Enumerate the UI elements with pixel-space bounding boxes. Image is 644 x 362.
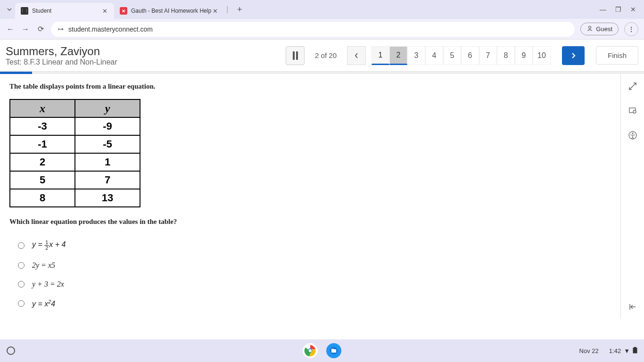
table-row: 57 xyxy=(10,171,140,189)
table-cell: -5 xyxy=(75,135,140,153)
table-cell: -9 xyxy=(75,117,140,135)
table-cell: 1 xyxy=(75,153,140,171)
page-number-8[interactable]: 8 xyxy=(497,46,515,65)
svg-rect-9 xyxy=(331,349,336,353)
data-table: xy -3-9-1-52157813 xyxy=(9,99,140,207)
table-row: -3-9 xyxy=(10,117,140,135)
side-toolbar xyxy=(620,74,644,319)
pause-button[interactable] xyxy=(286,46,305,65)
answer-option-d[interactable]: y = x24 xyxy=(18,299,611,308)
minimize-button[interactable]: — xyxy=(600,6,606,13)
tab-title: Gauth - Best AI Homework Help xyxy=(131,8,211,14)
tab-separator: | xyxy=(226,5,228,14)
back-button[interactable]: ← xyxy=(6,25,15,34)
option-label: y + 3 = 2x xyxy=(32,280,64,288)
radio-icon xyxy=(18,281,25,288)
table-row: 813 xyxy=(10,189,140,207)
files-app-icon[interactable] xyxy=(326,343,341,358)
table-cell: 8 xyxy=(10,189,75,207)
reload-button[interactable]: ⟳ xyxy=(36,25,45,34)
tab-title: Student xyxy=(32,8,51,14)
page-number-10[interactable]: 10 xyxy=(533,46,551,65)
page-number-9[interactable]: 9 xyxy=(515,46,533,65)
page-number-7[interactable]: 7 xyxy=(479,46,497,65)
tab-gauth[interactable]: ✕ Gauth - Best AI Homework Help ✕ xyxy=(114,3,224,19)
svg-point-7 xyxy=(309,349,312,352)
option-label: y = 12x + 4 xyxy=(32,240,66,251)
test-header: Summers, Zaviyon Test: 8.F.3 Linear and … xyxy=(0,40,644,72)
answer-option-a[interactable]: y = 12x + 4 xyxy=(18,240,611,251)
forward-button[interactable]: → xyxy=(21,25,30,34)
question-prompt-2: Which linear equation produces the value… xyxy=(9,218,611,226)
browser-tab-strip: ⋮⋮ Student ✕ ✕ Gauth - Best AI Homework … xyxy=(0,0,644,19)
radio-icon xyxy=(18,242,25,249)
page-number-6[interactable]: 6 xyxy=(461,46,479,65)
question-panel: The table displays points from a linear … xyxy=(0,74,620,319)
chrome-app-icon[interactable] xyxy=(303,343,318,358)
close-tab-icon[interactable]: ✕ xyxy=(211,7,219,15)
progress-text: 2 of 20 xyxy=(315,51,337,59)
restore-button[interactable]: ❐ xyxy=(615,6,621,13)
pause-icon xyxy=(293,51,298,60)
page-number-5[interactable]: 5 xyxy=(443,46,461,65)
profile-guest-button[interactable]: Guest xyxy=(580,23,619,35)
taskbar-status[interactable]: 1:42 ▼ xyxy=(609,347,637,355)
svg-point-4 xyxy=(632,133,633,134)
close-window-button[interactable]: ✕ xyxy=(630,6,636,13)
address-bar[interactable]: ⊶ student.masteryconnect.com xyxy=(51,22,575,37)
prev-question-button[interactable] xyxy=(347,46,366,65)
table-cell: 13 xyxy=(75,189,140,207)
svg-rect-12 xyxy=(634,347,636,348)
table-cell: 2 xyxy=(10,153,75,171)
site-info-icon[interactable]: ⊶ xyxy=(58,25,64,33)
next-question-button[interactable] xyxy=(562,46,585,65)
accessibility-button[interactable] xyxy=(627,130,638,141)
wifi-icon: ▼ xyxy=(624,347,630,354)
new-tab-button[interactable]: + xyxy=(233,3,246,16)
page-number-2[interactable]: 2 xyxy=(389,46,407,65)
answer-option-c[interactable]: y + 3 = 2x xyxy=(18,280,611,288)
table-row: -1-5 xyxy=(10,135,140,153)
page-number-1[interactable]: 1 xyxy=(372,46,389,65)
answer-option-b[interactable]: 2y = x5 xyxy=(18,261,611,270)
option-label: y = x24 xyxy=(32,299,55,308)
close-tab-icon[interactable]: ✕ xyxy=(101,7,108,15)
zoom-button[interactable] xyxy=(627,105,638,116)
table-header: y xyxy=(75,99,140,117)
svg-rect-11 xyxy=(633,348,637,353)
guest-label: Guest xyxy=(596,25,612,33)
tabs-dropdown[interactable] xyxy=(4,4,15,15)
url-text: student.masteryconnect.com xyxy=(68,25,153,33)
option-label: 2y = x5 xyxy=(32,261,55,270)
question-paginator: 12345678910 xyxy=(372,46,551,65)
browser-menu-button[interactable]: ⋮ xyxy=(624,22,638,36)
launcher-button[interactable] xyxy=(7,346,15,355)
question-prompt-1: The table displays points from a linear … xyxy=(9,82,611,90)
page-number-4[interactable]: 4 xyxy=(425,46,443,65)
masteryconnect-favicon: ⋮⋮ xyxy=(21,7,28,15)
browser-toolbar: ← → ⟳ ⊶ student.masteryconnect.com Guest… xyxy=(0,19,644,40)
os-taskbar: Nov 22 1:42 ▼ xyxy=(0,339,644,362)
table-cell: 7 xyxy=(75,171,140,189)
table-row: 21 xyxy=(10,153,140,171)
table-cell: -3 xyxy=(10,117,75,135)
table-header: x xyxy=(10,99,75,117)
table-cell: -1 xyxy=(10,135,75,153)
fullscreen-button[interactable] xyxy=(627,81,638,92)
svg-point-0 xyxy=(589,26,591,29)
radio-icon xyxy=(18,300,25,307)
svg-point-2 xyxy=(633,110,636,113)
battery-icon xyxy=(633,347,637,355)
taskbar-date[interactable]: Nov 22 xyxy=(579,347,599,354)
table-cell: 5 xyxy=(10,171,75,189)
tab-student[interactable]: ⋮⋮ Student ✕ xyxy=(15,3,114,19)
test-name: Test: 8.F.3 Linear and Non-Linear xyxy=(6,58,117,66)
student-name: Summers, Zaviyon xyxy=(6,45,117,58)
svg-rect-10 xyxy=(331,349,334,350)
radio-icon xyxy=(18,262,25,269)
gauth-favicon: ✕ xyxy=(120,7,127,15)
finish-button[interactable]: Finish xyxy=(596,46,638,65)
page-number-3[interactable]: 3 xyxy=(407,46,425,65)
person-icon xyxy=(586,25,593,33)
collapse-sidebar-button[interactable] xyxy=(627,301,638,313)
